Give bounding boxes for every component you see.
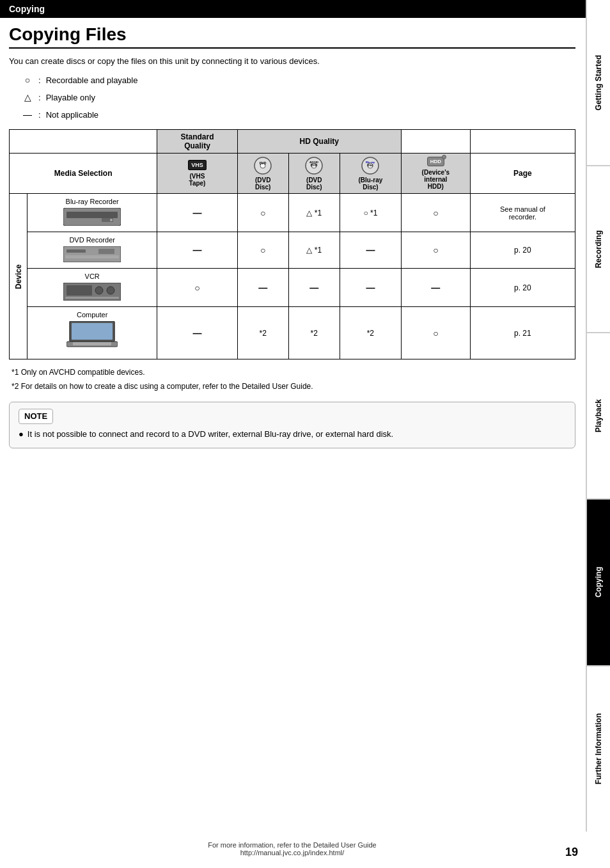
table-header-row-1: StandardQuality HD Quality bbox=[10, 130, 575, 154]
sidebar-section-playback: Playback bbox=[587, 333, 610, 500]
sidebar-section-further-info: Further Information bbox=[587, 667, 610, 832]
cell-bluray-vhs: — bbox=[157, 194, 237, 232]
cell-vcr-page: p. 20 bbox=[470, 269, 575, 307]
cell-vcr-avchd: — bbox=[288, 269, 340, 307]
table-row-dvd-recorder: DVD Recorder — ○ △ *1 — ○ p. 20 bbox=[10, 232, 575, 269]
note-label: NOTE bbox=[19, 409, 53, 425]
sidebar-label-further-info: Further Information bbox=[594, 713, 603, 784]
footnote-1: *1 Only on AVCHD compatible devices. bbox=[12, 366, 575, 380]
cell-comp-page: p. 21 bbox=[470, 307, 575, 359]
header-title: Copying bbox=[9, 4, 45, 14]
cell-vcr-dvd: — bbox=[237, 269, 288, 307]
footer-text: For more information, refer to the Detai… bbox=[0, 841, 584, 856]
sidebar-section-copying: Copying bbox=[587, 500, 610, 666]
copy-table: StandardQuality HD Quality Media Selecti… bbox=[9, 129, 575, 359]
svg-rect-22 bbox=[107, 287, 114, 294]
legend-colon-2: : bbox=[38, 90, 41, 105]
cell-comp-vhs: — bbox=[157, 307, 237, 359]
top-header: Copying bbox=[0, 0, 610, 18]
col-header-avchd: AVCHD DVD (DVDDisc) bbox=[288, 154, 340, 194]
legend: ○ : Recordable and playable △ : Playable… bbox=[22, 72, 575, 123]
cell-vcr-hdd: — bbox=[401, 269, 470, 307]
cell-comp-bluray: *2 bbox=[340, 307, 401, 359]
svg-rect-27 bbox=[73, 342, 111, 345]
device-bluray-recorder: Blu-ray Recorder bbox=[27, 194, 157, 232]
legend-colon-1: : bbox=[38, 73, 41, 88]
cell-bluray-bluray: ○ *1 bbox=[340, 194, 401, 232]
intro-text: You can create discs or copy the files o… bbox=[9, 55, 575, 68]
cell-bluray-avchd: △ *1 bbox=[288, 194, 340, 232]
svg-text:DVD: DVD bbox=[311, 163, 318, 167]
svg-rect-18 bbox=[65, 255, 119, 258]
cell-comp-dvd: *2 bbox=[237, 307, 288, 359]
svg-rect-15 bbox=[63, 246, 121, 262]
device-dvd-recorder: DVD Recorder bbox=[27, 232, 157, 269]
legend-item-triangle: △ : Playable only bbox=[22, 90, 575, 106]
col-header-standard: StandardQuality bbox=[157, 130, 237, 154]
svg-rect-16 bbox=[66, 249, 86, 253]
legend-text-dash: Not applicable bbox=[46, 107, 98, 122]
sidebar-label-recording: Recording bbox=[594, 230, 603, 268]
footnote-2: *2 For details on how to create a disc u… bbox=[12, 380, 575, 394]
table-row-vcr: VCR ○ — — — — p. 20 bbox=[10, 269, 575, 307]
svg-rect-21 bbox=[95, 287, 103, 294]
legend-item-circle: ○ : Recordable and playable bbox=[22, 72, 575, 88]
footnotes: *1 Only on AVCHD compatible devices. *2 … bbox=[12, 366, 575, 393]
table-header-row-2: Media Selection VHS (VHSTape) DVD bbox=[10, 154, 575, 194]
main-content: Copying Files You can create discs or co… bbox=[0, 24, 584, 461]
svg-rect-12 bbox=[66, 212, 118, 218]
note-text-1: It is not possible to connect and record… bbox=[27, 428, 393, 441]
sidebar-section-getting-started: Getting Started bbox=[587, 0, 610, 166]
cell-comp-avchd: *2 bbox=[288, 307, 340, 359]
legend-symbol-dash: — bbox=[22, 107, 33, 123]
col-header-bluray: Blu-ray Disc (Blu-rayDisc) bbox=[340, 154, 401, 194]
cell-dvdrec-hdd: ○ bbox=[401, 232, 470, 269]
device-computer: Computer bbox=[27, 307, 157, 359]
footer: For more information, refer to the Detai… bbox=[0, 841, 584, 856]
note-box: NOTE ● It is not possible to connect and… bbox=[9, 402, 575, 449]
legend-text-triangle: Playable only bbox=[46, 90, 95, 105]
legend-symbol-circle: ○ bbox=[22, 72, 33, 88]
col-header-page: Page bbox=[470, 154, 575, 194]
sidebar-label-playback: Playback bbox=[594, 399, 603, 432]
legend-colon-3: : bbox=[38, 107, 41, 122]
page-title: Copying Files bbox=[9, 24, 575, 49]
svg-rect-17 bbox=[98, 249, 114, 254]
footer-line-1: For more information, refer to the Detai… bbox=[0, 841, 584, 849]
col-header-vhs: VHS (VHSTape) bbox=[157, 154, 237, 194]
page-number: 19 bbox=[565, 846, 578, 859]
col-header-hdd: HDD (Device'sinternalHDD) bbox=[401, 154, 470, 194]
note-bullet-symbol: ● bbox=[19, 428, 24, 441]
legend-text-circle: Recordable and playable bbox=[46, 73, 138, 88]
cell-bluray-page: See manual ofrecorder. bbox=[470, 194, 575, 232]
svg-rect-20 bbox=[66, 285, 92, 296]
right-sidebar: Getting Started Recording Playback Copyi… bbox=[586, 0, 610, 832]
note-bullet-1: ● It is not possible to connect and reco… bbox=[19, 428, 566, 441]
cell-dvdrec-bluray: — bbox=[340, 232, 401, 269]
svg-rect-25 bbox=[72, 323, 113, 340]
col-header-dvd: DVD (DVDDisc) bbox=[237, 154, 288, 194]
legend-symbol-triangle: △ bbox=[22, 90, 33, 106]
sidebar-label-copying: Copying bbox=[594, 567, 603, 597]
cell-bluray-dvd: ○ bbox=[237, 194, 288, 232]
cell-dvdrec-vhs: — bbox=[157, 232, 237, 269]
cell-dvdrec-page: p. 20 bbox=[470, 232, 575, 269]
cell-vcr-vhs: ○ bbox=[157, 269, 237, 307]
legend-item-dash: — : Not applicable bbox=[22, 107, 575, 123]
media-selection-header: Media Selection bbox=[10, 154, 157, 194]
table-row-bluray-recorder: Device Blu-ray Recorder — ○ △ *1 ○ *1 ○ … bbox=[10, 194, 575, 232]
device-vcr: VCR bbox=[27, 269, 157, 307]
sidebar-label-getting-started: Getting Started bbox=[594, 55, 603, 111]
svg-text:DVD: DVD bbox=[260, 161, 267, 165]
col-header-hd: HD Quality bbox=[237, 130, 401, 154]
table-row-computer: Computer — *2 *2 *2 ○ p. 21 bbox=[10, 307, 575, 359]
cell-dvdrec-avchd: △ *1 bbox=[288, 232, 340, 269]
device-label: Device bbox=[10, 194, 27, 359]
svg-text:Disc: Disc bbox=[368, 164, 374, 167]
cell-vcr-bluray: — bbox=[340, 269, 401, 307]
cell-comp-hdd: ○ bbox=[401, 307, 470, 359]
cell-bluray-hdd: ○ bbox=[401, 194, 470, 232]
svg-point-14 bbox=[110, 219, 113, 221]
cell-dvdrec-dvd: ○ bbox=[237, 232, 288, 269]
footer-url: http://manual.jvc.co.jp/index.html/ bbox=[0, 849, 584, 856]
